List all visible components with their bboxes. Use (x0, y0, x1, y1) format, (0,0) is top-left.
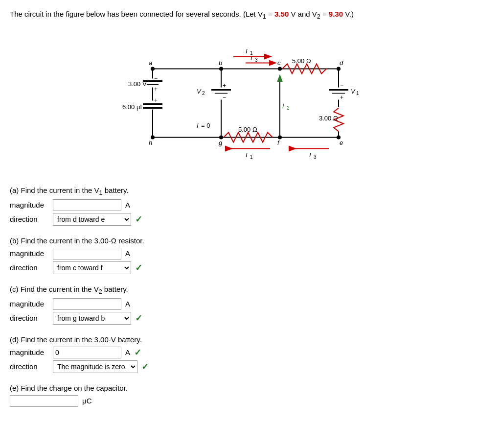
part-c-direction-label: direction (10, 314, 49, 322)
svg-text:2: 2 (202, 90, 205, 95)
svg-text:1: 1 (250, 50, 253, 55)
part-c-direction-select[interactable]: from g toward bfrom b toward g (53, 312, 131, 325)
part-c-magnitude-row: magnitudeA (10, 298, 491, 310)
svg-text:I: I (309, 151, 311, 158)
part-c-title: (c) Find the current in the V2 battery. (10, 285, 491, 295)
part-a-unit: A (125, 201, 130, 209)
svg-text:I: I (282, 102, 284, 109)
part-a-direction-row: directionfrom d toward efrom e toward d✓ (10, 213, 491, 226)
part-a-magnitude-input[interactable] (53, 199, 121, 211)
part-a-check: ✓ (135, 214, 142, 225)
svg-text:2: 2 (287, 105, 290, 110)
part-a-magnitude-label: magnitude (10, 201, 49, 209)
svg-text:b: b (219, 59, 222, 66)
part-e-unit: μC (82, 397, 91, 405)
part-c-direction-row: directionfrom g toward bfrom b toward g✓ (10, 312, 491, 325)
svg-text:e: e (340, 139, 343, 146)
svg-text:5.00 Ω: 5.00 Ω (292, 57, 311, 64)
svg-text:1: 1 (356, 90, 359, 95)
part-b-magnitude-label: magnitude (10, 249, 49, 258)
circuit-svg: − + 3.00 V + 6.00 μF + − V 2 I = 0 I 2 (114, 28, 387, 175)
svg-point-58 (337, 67, 341, 71)
circuit-diagram: − + 3.00 V + 6.00 μF + − V 2 I = 0 I 2 (10, 28, 491, 175)
svg-text:1: 1 (250, 154, 253, 159)
svg-text:I: I (246, 47, 248, 54)
part-d-magnitude-row: magnitudeA✓ (10, 347, 491, 358)
svg-text:−: − (223, 94, 226, 100)
svg-text:+: + (340, 94, 343, 100)
svg-text:V: V (351, 87, 356, 94)
part-d-direction-row: directionThe magnitude is zero.from h to… (10, 360, 491, 373)
svg-text:3: 3 (314, 154, 317, 159)
svg-text:g: g (219, 139, 223, 146)
part-d-direction-label: direction (10, 362, 49, 371)
part-a-direction-label: direction (10, 215, 49, 223)
svg-text:h: h (149, 139, 152, 146)
part-d-title: (d) Find the current in the 3.00-V batte… (10, 335, 491, 344)
part-d-unit: A (125, 348, 130, 356)
svg-text:+: + (223, 82, 226, 89)
svg-text:3: 3 (255, 57, 258, 62)
part-a-title: (a) Find the current in the V1 battery. (10, 186, 491, 196)
part-d-magnitude-label: magnitude (10, 348, 49, 356)
svg-text:5.00 Ω: 5.00 Ω (238, 125, 257, 133)
svg-text:f: f (277, 139, 280, 146)
svg-text:I: I (197, 121, 199, 129)
part-b-direction-select[interactable]: from c toward ffrom f toward c (53, 261, 131, 274)
svg-text:d: d (340, 59, 343, 66)
part-b-direction-label: direction (10, 263, 49, 272)
svg-point-57 (278, 67, 282, 71)
svg-text:3.00 V: 3.00 V (128, 80, 147, 87)
part-d-direction-select[interactable]: The magnitude is zero.from h toward afro… (53, 360, 137, 373)
svg-text:−: − (340, 82, 343, 89)
svg-point-55 (151, 67, 155, 71)
svg-point-56 (219, 67, 223, 71)
svg-text:+: + (154, 85, 158, 92)
part-a-magnitude-row: magnitudeA (10, 199, 491, 211)
part-c-section: (c) Find the current in the V2 battery.m… (10, 285, 491, 325)
part-a-section: (a) Find the current in the V1 battery.m… (10, 186, 491, 226)
svg-text:I: I (246, 151, 248, 158)
part-b-title: (b) Find the current in the 3.00-Ω resis… (10, 236, 491, 245)
svg-text:= 0: = 0 (201, 121, 210, 129)
svg-text:V: V (197, 87, 202, 94)
part-d-magnitude-input[interactable] (53, 347, 121, 358)
part-c-magnitude-input[interactable] (53, 298, 121, 310)
part-b-magnitude-input[interactable] (53, 248, 121, 259)
svg-text:c: c (277, 59, 281, 66)
svg-text:3.00 Ω: 3.00 Ω (319, 114, 338, 121)
part-e-row: μC (10, 395, 491, 407)
part-e-title: (e) Find the charge on the capacitor. (10, 384, 491, 392)
part-e-magnitude-input[interactable] (10, 395, 78, 407)
part-c-unit: A (125, 300, 130, 308)
part-d-check: ✓ (141, 361, 149, 372)
part-a-direction-select[interactable]: from d toward efrom e toward d (53, 213, 131, 226)
part-d-magnitude-check: ✓ (134, 347, 141, 358)
part-b-direction-row: directionfrom c toward ffrom f toward c✓ (10, 261, 491, 274)
svg-text:6.00 μF: 6.00 μF (122, 103, 144, 110)
part-b-magnitude-row: magnitudeA (10, 248, 491, 259)
svg-text:−: − (154, 74, 158, 81)
part-b-section: (b) Find the current in the 3.00-Ω resis… (10, 236, 491, 274)
part-c-magnitude-label: magnitude (10, 300, 49, 308)
intro-text: The circuit in the figure below has been… (10, 9, 491, 22)
part-b-check: ✓ (135, 262, 142, 273)
part-d-section: (d) Find the current in the 3.00-V batte… (10, 335, 491, 373)
part-e-section: (e) Find the charge on the capacitor.μC (10, 384, 491, 407)
part-b-unit: A (125, 249, 130, 258)
svg-text:+: + (154, 96, 158, 103)
part-c-check: ✓ (135, 313, 142, 324)
svg-text:a: a (149, 59, 152, 66)
qa-container: (a) Find the current in the V1 battery.m… (10, 186, 491, 407)
